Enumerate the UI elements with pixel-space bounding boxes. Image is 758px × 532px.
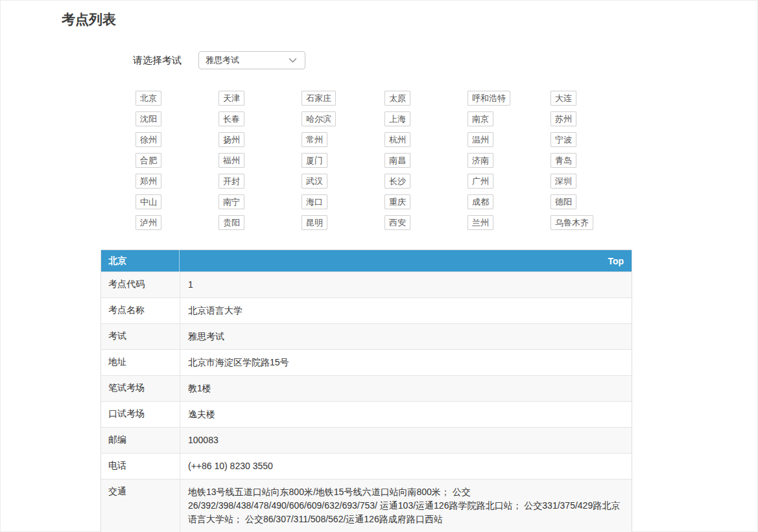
city-button[interactable]: 常州	[302, 132, 327, 147]
city-button[interactable]: 济南	[468, 153, 493, 168]
detail-row-value: 雅思考试	[180, 324, 632, 349]
city-button[interactable]: 南宁	[219, 194, 244, 209]
city-button[interactable]: 成都	[468, 194, 493, 209]
exam-filter-row: 请选择考试 雅思考试	[133, 51, 758, 69]
city-button[interactable]: 哈尔滨	[302, 111, 336, 126]
detail-header-right: Top	[180, 250, 632, 272]
detail-row-label: 地址	[101, 350, 180, 375]
city-button[interactable]: 广州	[468, 174, 493, 189]
test-center-detail-table: 北京 Top 考点代码 1 考点名称 北京语言大学 考试 雅思考试 地址 北京市…	[101, 249, 632, 532]
city-button[interactable]: 郑州	[136, 174, 161, 189]
city-button[interactable]: 重庆	[385, 194, 410, 209]
detail-table-header: 北京 Top	[101, 250, 632, 272]
city-button[interactable]: 上海	[385, 111, 410, 126]
detail-city-header: 北京	[101, 250, 180, 272]
city-button[interactable]: 开封	[219, 174, 244, 189]
detail-row-value: 教1楼	[180, 376, 632, 401]
detail-row-label: 考点名称	[101, 298, 180, 323]
detail-row-label: 考点代码	[101, 272, 180, 297]
city-button[interactable]: 天津	[219, 91, 244, 106]
city-button[interactable]: 长沙	[385, 174, 410, 189]
table-row: 交通 地铁13号线五道口站向东800米/地铁15号线六道口站向南800米； 公交…	[101, 479, 632, 532]
detail-row-label: 电话	[101, 454, 180, 479]
exam-select[interactable]: 雅思考试	[198, 51, 305, 69]
city-button[interactable]: 沈阳	[136, 111, 161, 126]
city-button[interactable]: 兰州	[468, 215, 493, 230]
city-button[interactable]: 德阳	[551, 194, 576, 209]
table-row: 地址 北京市海淀区学院路15号	[101, 349, 632, 375]
exam-select-value: 雅思考试	[206, 54, 239, 66]
city-button[interactable]: 厦门	[302, 153, 327, 168]
city-button[interactable]: 武汉	[302, 174, 327, 189]
city-button[interactable]: 福州	[219, 153, 244, 168]
detail-row-value: 逸夫楼	[180, 402, 632, 427]
city-button[interactable]: 扬州	[219, 132, 244, 147]
city-button[interactable]: 青岛	[551, 153, 576, 168]
city-button[interactable]: 太原	[385, 91, 410, 106]
detail-row-label: 口试考场	[101, 402, 180, 427]
detail-row-label: 交通	[101, 480, 180, 532]
city-button[interactable]: 泸州	[136, 215, 161, 230]
city-button[interactable]: 中山	[136, 194, 161, 209]
table-row: 邮编 100083	[101, 427, 632, 453]
city-button[interactable]: 温州	[468, 132, 493, 147]
detail-row-label: 邮编	[101, 428, 180, 453]
city-button[interactable]: 合肥	[136, 153, 161, 168]
city-button[interactable]: 西安	[385, 215, 410, 230]
city-button[interactable]: 乌鲁木齐	[551, 215, 593, 230]
table-row: 笔试考场 教1楼	[101, 375, 632, 401]
detail-row-value: 北京市海淀区学院路15号	[180, 350, 632, 375]
city-button[interactable]: 深圳	[551, 174, 576, 189]
city-button[interactable]: 石家庄	[302, 91, 336, 106]
city-button[interactable]: 北京	[136, 91, 161, 106]
city-button[interactable]: 长春	[219, 111, 244, 126]
detail-table-body: 考点代码 1 考点名称 北京语言大学 考试 雅思考试 地址 北京市海淀区学院路1…	[101, 272, 632, 532]
city-button[interactable]: 大连	[551, 91, 576, 106]
city-button[interactable]: 海口	[302, 194, 327, 209]
detail-row-value: (++86 10) 8230 3550	[180, 454, 632, 479]
city-grid: 北京 天津 石家庄 太原 呼和浩特 大连 沈阳 长春 哈尔滨 上海 南京 苏州 …	[136, 91, 641, 230]
city-button[interactable]: 杭州	[385, 132, 410, 147]
table-row: 考试 雅思考试	[101, 323, 632, 349]
city-button[interactable]: 苏州	[551, 111, 576, 126]
table-row: 考点名称 北京语言大学	[101, 297, 632, 323]
detail-row-label: 笔试考场	[101, 376, 180, 401]
table-row: 口试考场 逸夫楼	[101, 401, 632, 427]
detail-row-value: 100083	[180, 428, 632, 453]
city-button[interactable]: 南京	[468, 111, 493, 126]
city-button[interactable]: 呼和浩特	[468, 91, 510, 106]
page-title: 考点列表	[62, 11, 758, 27]
exam-select-label: 请选择考试	[133, 54, 182, 67]
table-row: 电话 (++86 10) 8230 3550	[101, 453, 632, 479]
city-button[interactable]: 昆明	[302, 215, 327, 230]
city-button[interactable]: 南昌	[385, 153, 410, 168]
table-row: 考点代码 1	[101, 272, 632, 297]
detail-row-value: 1	[180, 272, 632, 297]
detail-row-label: 考试	[101, 324, 180, 349]
chevron-down-icon	[289, 58, 297, 64]
city-button[interactable]: 贵阳	[219, 215, 244, 230]
detail-row-value: 北京语言大学	[180, 298, 632, 323]
top-link[interactable]: Top	[608, 256, 624, 266]
detail-row-value: 地铁13号线五道口站向东800米/地铁15号线六道口站向南800米； 公交26/…	[180, 480, 632, 532]
city-button[interactable]: 宁波	[551, 132, 576, 147]
city-button[interactable]: 徐州	[136, 132, 161, 147]
